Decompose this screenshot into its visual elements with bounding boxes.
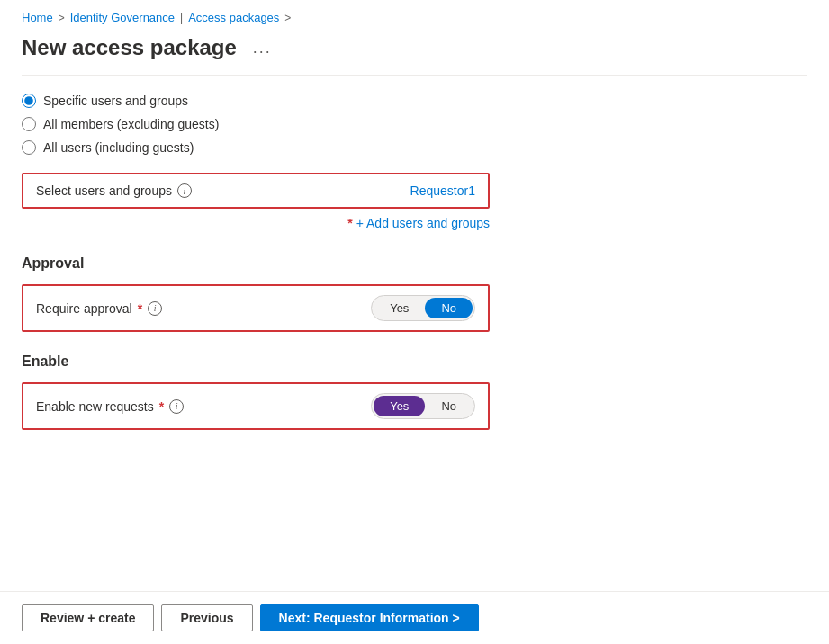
- requestor-link[interactable]: Requestor1: [410, 183, 475, 198]
- require-approval-toggle: Yes No: [371, 295, 475, 321]
- breadcrumb-home[interactable]: Home: [22, 11, 53, 24]
- breadcrumb-identity-governance[interactable]: Identity Governance: [70, 11, 175, 24]
- breadcrumb-sep-1: >: [59, 12, 65, 24]
- add-users-link[interactable]: + Add users and groups: [356, 216, 490, 230]
- enable-section: Enable Enable new requests * i Yes No: [22, 353, 807, 430]
- select-users-info-icon[interactable]: i: [177, 183, 192, 198]
- require-approval-text: Require approval: [36, 301, 132, 316]
- breadcrumb: Home > Identity Governance | Access pack…: [0, 0, 829, 31]
- radio-all-users-input[interactable]: [22, 140, 36, 155]
- next-button[interactable]: Next: Requestor Information >: [260, 604, 479, 631]
- approval-section: Approval Require approval * i Yes No: [22, 255, 807, 332]
- radio-specific-users[interactable]: Specific users and groups: [22, 94, 807, 108]
- breadcrumb-pipe: |: [180, 12, 183, 24]
- footer: Review + create Previous Next: Requestor…: [0, 591, 829, 644]
- who-can-request-radio-group: Specific users and groups All members (e…: [22, 94, 807, 155]
- require-approval-info-icon[interactable]: i: [148, 301, 162, 316]
- enable-new-requests-info-icon[interactable]: i: [169, 399, 184, 414]
- enable-new-requests-no-btn[interactable]: No: [425, 396, 473, 416]
- select-users-left: Select users and groups i: [36, 183, 192, 198]
- approval-section-title: Approval: [22, 255, 807, 272]
- require-approval-no-btn[interactable]: No: [425, 298, 473, 318]
- review-create-button[interactable]: Review + create: [22, 604, 154, 631]
- radio-all-members-input[interactable]: [22, 117, 36, 131]
- enable-new-requests-label: Enable new requests * i: [36, 399, 184, 414]
- enable-new-requests-star: *: [159, 399, 164, 414]
- require-approval-label: Require approval * i: [36, 301, 162, 316]
- select-users-label: Select users and groups: [36, 183, 172, 198]
- enable-new-requests-text: Enable new requests: [36, 399, 154, 414]
- enable-section-title: Enable: [22, 353, 807, 370]
- require-approval-yes-btn[interactable]: Yes: [374, 298, 425, 318]
- radio-specific-users-label: Specific users and groups: [43, 94, 188, 108]
- add-users-row: * + Add users and groups: [22, 216, 490, 230]
- enable-new-requests-yes-btn[interactable]: Yes: [374, 396, 425, 416]
- main-content: Specific users and groups All members (e…: [0, 76, 829, 591]
- ellipsis-button[interactable]: ...: [248, 37, 277, 59]
- select-users-box: Select users and groups i Requestor1: [22, 173, 490, 209]
- radio-all-members-label: All members (excluding guests): [43, 117, 219, 131]
- page-title: New access package: [22, 35, 237, 60]
- previous-button[interactable]: Previous: [161, 604, 252, 631]
- require-approval-row: Require approval * i Yes No: [22, 284, 490, 332]
- enable-new-requests-toggle: Yes No: [371, 393, 475, 419]
- breadcrumb-sep-2: >: [284, 12, 291, 24]
- radio-specific-users-input[interactable]: [22, 94, 36, 108]
- page-container: Home > Identity Governance | Access pack…: [0, 0, 829, 644]
- breadcrumb-access-packages[interactable]: Access packages: [188, 11, 279, 24]
- require-approval-star: *: [138, 301, 142, 316]
- radio-all-users-label: All users (including guests): [43, 140, 194, 155]
- enable-new-requests-row: Enable new requests * i Yes No: [22, 382, 490, 430]
- radio-all-users[interactable]: All users (including guests): [22, 140, 807, 155]
- page-header: New access package ...: [0, 31, 829, 75]
- radio-all-members[interactable]: All members (excluding guests): [22, 117, 807, 131]
- add-users-required-star: *: [347, 216, 352, 230]
